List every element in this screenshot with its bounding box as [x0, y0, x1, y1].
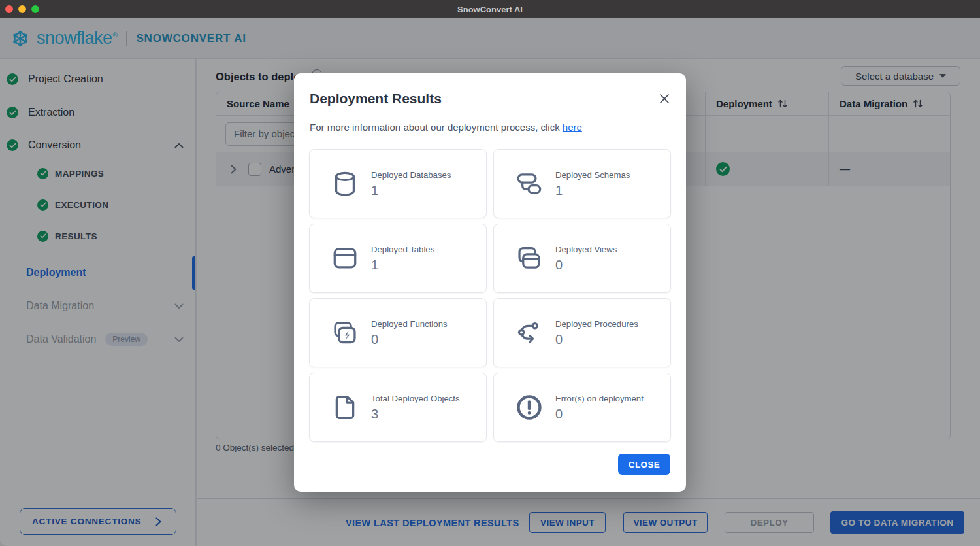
- card-value: 1: [371, 258, 434, 273]
- deployed-views-card: Deployed Views 0: [493, 224, 671, 293]
- deployed-tables-card: Deployed Tables 1: [309, 224, 487, 293]
- app-window: snowflake® SNOWCONVERT AI Project Creati…: [0, 18, 980, 546]
- views-icon: [514, 243, 544, 273]
- window-title: SnowConvert AI: [457, 5, 523, 14]
- database-icon: [330, 169, 360, 199]
- card-value: 1: [555, 183, 630, 198]
- card-value: 0: [555, 407, 644, 422]
- card-label: Deployed Schemas: [555, 170, 630, 180]
- modal-subtitle: For more information about our deploymen…: [310, 122, 582, 133]
- deployed-databases-card: Deployed Databases 1: [309, 149, 487, 218]
- close-icon[interactable]: [659, 93, 670, 105]
- card-label: Deployed Functions: [371, 319, 448, 329]
- errors-on-deployment-card: Error(s) on deployment 0: [493, 373, 671, 442]
- window-titlebar: SnowConvert AI: [0, 0, 980, 18]
- modal-subtitle-text: For more information about our deploymen…: [310, 122, 563, 133]
- results-cards-grid: Deployed Databases 1 Deployed Schemas 1 …: [309, 149, 671, 442]
- schemas-icon: [514, 169, 544, 199]
- errors-icon: [514, 392, 544, 422]
- deployment-docs-link[interactable]: here: [563, 122, 582, 133]
- deployed-procedures-card: Deployed Procedures 0: [493, 298, 671, 367]
- window-controls: [5, 5, 39, 13]
- card-label: Deployed Procedures: [555, 319, 638, 329]
- total-deployed-objects-card: Total Deployed Objects 3: [309, 373, 487, 442]
- deployed-functions-card: Deployed Functions 0: [309, 298, 487, 367]
- modal-close-button[interactable]: CLOSE: [618, 454, 670, 475]
- card-value: 1: [371, 183, 451, 198]
- card-value: 3: [371, 407, 460, 422]
- card-label: Deployed Tables: [371, 245, 434, 254]
- functions-icon: [330, 318, 360, 348]
- card-label: Deployed Views: [555, 245, 617, 254]
- card-label: Deployed Databases: [371, 170, 451, 180]
- procedures-icon: [514, 318, 544, 348]
- close-window-button[interactable]: [5, 5, 13, 13]
- card-label: Error(s) on deployment: [555, 394, 644, 403]
- zoom-window-button[interactable]: [31, 5, 39, 13]
- modal-title: Deployment Results: [310, 91, 442, 107]
- total-objects-icon: [330, 392, 360, 422]
- tables-icon: [330, 243, 360, 273]
- card-value: 0: [555, 332, 638, 347]
- minimize-window-button[interactable]: [18, 5, 26, 13]
- card-value: 0: [555, 258, 617, 273]
- card-label: Total Deployed Objects: [371, 394, 460, 403]
- deployment-results-modal: Deployment Results For more information …: [294, 73, 686, 492]
- deployed-schemas-card: Deployed Schemas 1: [493, 149, 671, 218]
- card-value: 0: [371, 332, 448, 347]
